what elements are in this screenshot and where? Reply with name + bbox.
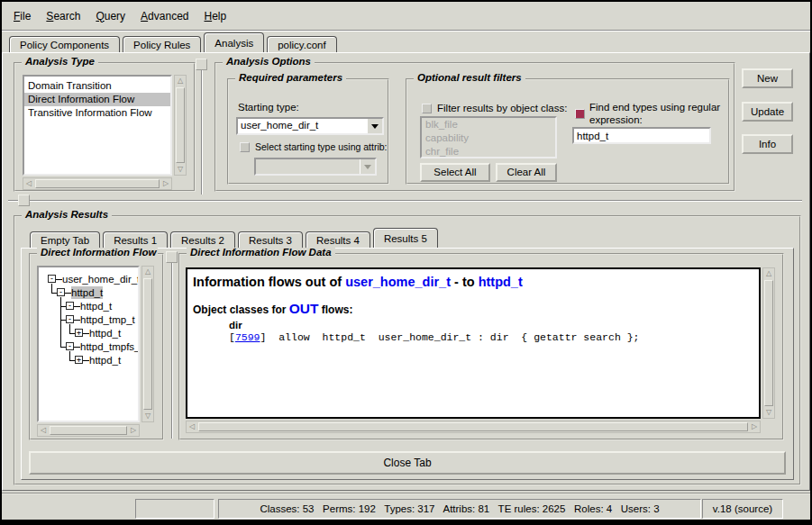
expander-icon[interactable]: - <box>66 342 74 350</box>
tree-node-label[interactable]: user_home_dir_t <box>62 273 140 285</box>
expander-icon[interactable]: - <box>57 288 65 296</box>
expander-icon[interactable]: - <box>66 302 74 310</box>
results-tab-bar: Empty Tab Results 1 Results 2 Results 3 … <box>30 228 441 248</box>
scroll-right-icon[interactable]: ▷ <box>160 178 171 189</box>
scrollbar-thumb[interactable] <box>198 422 748 431</box>
optional-filters-title: Optional result filters <box>414 72 525 83</box>
update-button[interactable]: Update <box>742 102 793 122</box>
analysis-type-vscrollbar[interactable]: △ ▽ <box>174 75 187 176</box>
chevron-down-icon <box>364 165 371 169</box>
list-item[interactable]: Transitive Information Flow <box>24 106 170 120</box>
regex-checkbox-label-line1[interactable]: Find end types using regular <box>589 102 720 113</box>
status-bar: Classes: 53 Perms: 192 Types: 317 Attrib… <box>2 493 810 521</box>
clear-all-button[interactable]: Clear All <box>496 163 557 182</box>
starting-type-combobox[interactable]: user_home_dir_t <box>236 117 384 135</box>
object-class-checkbox[interactable] <box>422 104 432 113</box>
list-item: capability <box>422 131 555 145</box>
select-all-button[interactable]: Select All <box>420 163 490 182</box>
pane-sash-line[interactable] <box>201 59 203 195</box>
app-window: File Search Query Advanced Help Policy C… <box>0 0 812 525</box>
flow-tree-title: Direct Information Flow T <box>37 247 158 258</box>
combo-dropdown-button[interactable] <box>367 119 382 133</box>
analysis-type-hscrollbar[interactable]: ◁ ▷ <box>23 177 172 190</box>
scroll-right-icon[interactable]: ▷ <box>128 425 139 436</box>
flow-data-text[interactable]: Information flows out of user_home_dir_t… <box>186 267 761 419</box>
tree-data-sash-handle[interactable] <box>166 251 178 263</box>
scroll-left-icon[interactable]: ◁ <box>23 178 34 189</box>
regex-checkbox-label-line2[interactable]: expression: <box>589 114 643 125</box>
data-vscrollbar[interactable]: △ ▽ <box>762 267 775 419</box>
tree-node-label[interactable]: httpd_t <box>80 300 112 312</box>
starting-type-value[interactable]: user_home_dir_t <box>238 119 367 133</box>
tab-policy-conf[interactable]: policy.conf <box>267 36 336 52</box>
pane-sash-handle[interactable] <box>196 59 207 70</box>
results-tab-1[interactable]: Results 1 <box>103 231 168 248</box>
scrollbar-thumb[interactable] <box>35 179 160 188</box>
flow-data-frame: Direct Information Flow Data Information… <box>178 253 784 440</box>
menu-search[interactable]: Search <box>46 10 80 23</box>
scroll-up-icon[interactable]: △ <box>142 267 153 277</box>
tree-data-sash-line[interactable] <box>171 251 173 439</box>
tab-policy-components[interactable]: Policy Components <box>9 36 120 52</box>
scrollbar-thumb[interactable] <box>176 87 185 163</box>
info-button[interactable]: Info <box>742 134 793 154</box>
object-class-label: dir <box>229 320 759 330</box>
tree-node-label[interactable]: httpd_tmp_t <box>80 313 135 326</box>
regex-checkbox[interactable] <box>575 109 585 119</box>
tree-hscrollbar[interactable]: ◁ ▷ <box>37 424 140 437</box>
analysis-options-title: Analysis Options <box>223 56 315 67</box>
analysis-type-listbox[interactable]: Domain Transition Direct Information Flo… <box>23 75 172 176</box>
scroll-left-icon[interactable]: ◁ <box>38 425 49 436</box>
tree-vscrollbar[interactable]: △ ▽ <box>141 266 154 422</box>
list-item[interactable]: Direct Information Flow <box>24 93 170 106</box>
tree-node-label[interactable]: httpd_t <box>71 286 103 299</box>
expander-icon[interactable]: - <box>66 315 74 323</box>
regex-entry[interactable] <box>572 127 711 144</box>
regex-input[interactable] <box>574 129 709 142</box>
scrollbar-thumb[interactable] <box>764 280 773 406</box>
analysis-type-frame: Analysis Type Domain Transition Direct I… <box>14 62 196 192</box>
tree-node-label[interactable]: httpd_t <box>89 327 121 339</box>
expander-icon[interactable]: - <box>48 275 56 283</box>
results-tab-empty[interactable]: Empty Tab <box>30 231 100 248</box>
scroll-up-icon[interactable]: △ <box>763 268 774 279</box>
menu-file[interactable]: File <box>14 10 31 23</box>
scroll-left-icon[interactable]: ◁ <box>187 421 197 432</box>
results-tab-4[interactable]: Results 4 <box>306 231 370 248</box>
expander-icon[interactable]: + <box>75 329 83 337</box>
required-parameters-title: Required parameters <box>235 72 346 83</box>
scrollbar-thumb[interactable] <box>50 426 127 435</box>
scroll-up-icon[interactable]: △ <box>175 76 186 86</box>
flow-data-title: Direct Information Flow Data <box>187 247 335 258</box>
scrollbar-thumb[interactable] <box>143 278 152 410</box>
results-sash-handle[interactable] <box>18 195 30 206</box>
expander-icon[interactable]: + <box>75 356 83 364</box>
scroll-down-icon[interactable]: ▽ <box>175 164 186 175</box>
data-hscrollbar[interactable]: ◁ ▷ <box>186 421 761 433</box>
rule-number-link[interactable]: 7599 <box>235 331 260 343</box>
list-item: chr_file <box>422 145 555 158</box>
menu-help[interactable]: Help <box>204 10 226 23</box>
tab-policy-rules[interactable]: Policy Rules <box>123 36 201 52</box>
scroll-down-icon[interactable]: ▽ <box>142 411 153 421</box>
attrib-checkbox-label[interactable]: Select starting type using attrib: <box>255 141 388 152</box>
tab-analysis[interactable]: Analysis <box>204 32 264 52</box>
scroll-down-icon[interactable]: ▽ <box>763 407 774 418</box>
attrib-checkbox[interactable] <box>240 142 250 152</box>
new-button[interactable]: New <box>742 68 793 88</box>
menu-advanced[interactable]: Advanced <box>141 10 188 23</box>
list-item[interactable]: Domain Transition <box>24 79 170 93</box>
analysis-results-frame: Analysis Results Empty Tab Results 1 Res… <box>14 215 801 485</box>
scroll-right-icon[interactable]: ▷ <box>749 421 760 432</box>
results-tab-5[interactable]: Results 5 <box>373 228 438 248</box>
object-class-checkbox-label[interactable]: Filter results by object class: <box>437 103 567 113</box>
results-sash-line[interactable] <box>8 200 802 202</box>
tree-node-label[interactable]: httpd_tmpfs_t <box>80 340 140 353</box>
results-tab-3[interactable]: Results 3 <box>238 231 303 248</box>
tree-node-label[interactable]: httpd_t <box>89 354 121 367</box>
results-tab-2[interactable]: Results 2 <box>170 231 235 248</box>
close-tab-button[interactable]: Close Tab <box>29 451 786 475</box>
combo-dropdown-button <box>360 159 375 174</box>
policy-stats: Classes: 53 Perms: 192 Types: 317 Attrib… <box>218 499 701 519</box>
menu-query[interactable]: Query <box>96 10 125 23</box>
